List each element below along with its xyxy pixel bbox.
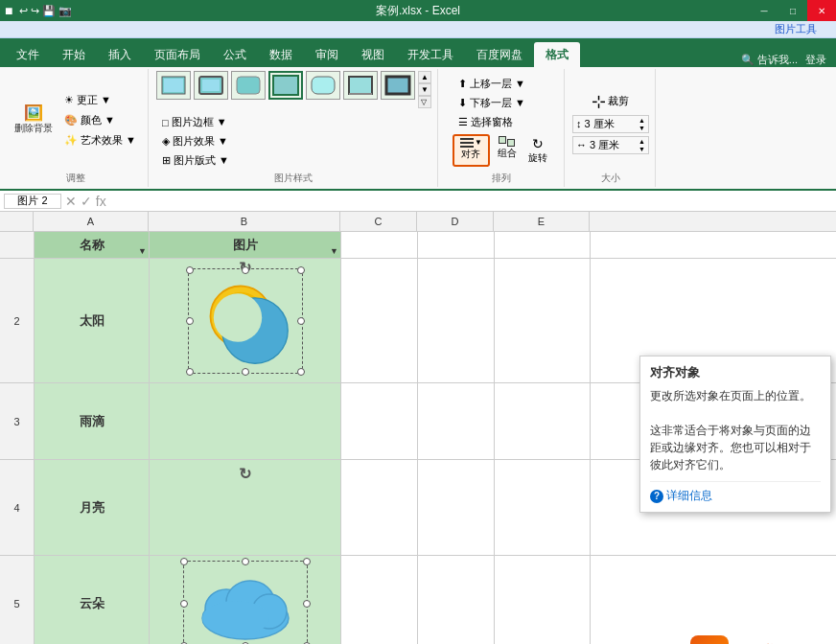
picture-style-5[interactable] bbox=[306, 71, 340, 100]
cloud-handle-tl[interactable] bbox=[180, 558, 188, 565]
tab-developer[interactable]: 开发工具 bbox=[396, 42, 465, 67]
handle-tl[interactable] bbox=[186, 266, 194, 274]
cell-a2[interactable]: 太阳 bbox=[35, 259, 150, 382]
tooltip-link[interactable]: ? 详细信息 bbox=[650, 488, 821, 504]
picture-style-3[interactable] bbox=[231, 71, 266, 100]
cloud-handle-mr[interactable] bbox=[303, 600, 311, 608]
cell-b2[interactable]: ↻ bbox=[150, 259, 341, 382]
tab-file[interactable]: 文件 bbox=[5, 42, 51, 67]
selection-pane-button[interactable]: ☰ 选择窗格 bbox=[453, 113, 519, 131]
style-more-button[interactable]: ▲ ▼ ▽ bbox=[418, 71, 431, 108]
cell-a3[interactable]: 雨滴 bbox=[35, 383, 150, 459]
cell-b3[interactable] bbox=[150, 383, 341, 459]
cell-c-header[interactable] bbox=[341, 232, 418, 258]
close-button[interactable]: ✕ bbox=[807, 0, 836, 21]
tab-review[interactable]: 审阅 bbox=[304, 42, 350, 67]
col-header-e[interactable]: E bbox=[494, 212, 590, 231]
cell-b4[interactable]: ↻ bbox=[150, 460, 341, 555]
picture-style-1[interactable] bbox=[156, 71, 191, 100]
tab-data[interactable]: 数据 bbox=[258, 42, 304, 67]
row-header-2[interactable]: 3 bbox=[0, 383, 34, 460]
align-button[interactable]: ▼ 对齐 bbox=[453, 134, 490, 167]
cell-d2[interactable] bbox=[418, 259, 495, 382]
handle-tm[interactable] bbox=[242, 266, 249, 274]
cell-b5[interactable] bbox=[150, 556, 341, 644]
send-backward-button[interactable]: ⬇ 下移一层 ▼ bbox=[453, 94, 531, 112]
quick-access-toolbar: ■ ↩ ↪ 💾 📷 bbox=[5, 3, 72, 18]
cell-d3[interactable] bbox=[418, 383, 495, 459]
cloud-handle-ml[interactable] bbox=[180, 600, 188, 608]
height-input[interactable]: ↕ 3 厘米 ▲ ▼ bbox=[572, 115, 649, 133]
col-header-b[interactable]: B bbox=[149, 212, 340, 231]
restore-button[interactable]: □ bbox=[778, 0, 807, 21]
tab-insert[interactable]: 插入 bbox=[97, 42, 143, 67]
tab-page-layout[interactable]: 页面布局 bbox=[143, 42, 212, 67]
remove-bg-button[interactable]: 🖼️ 删除背景 bbox=[11, 104, 57, 137]
col-header-a[interactable]: A bbox=[34, 212, 149, 231]
rotate-handle-moon[interactable]: ↻ bbox=[239, 465, 251, 483]
cell-d5[interactable] bbox=[418, 556, 495, 644]
cell-a4[interactable]: 月亮 bbox=[35, 460, 150, 555]
handle-mr[interactable] bbox=[297, 317, 305, 325]
picture-style-4[interactable] bbox=[268, 71, 303, 100]
corrections-button[interactable]: ☀ 更正 ▼ bbox=[58, 91, 142, 109]
cell-c3[interactable] bbox=[341, 383, 418, 459]
cell-c2[interactable] bbox=[341, 259, 418, 382]
cell-d4[interactable] bbox=[418, 460, 495, 555]
handle-tr[interactable] bbox=[297, 266, 305, 274]
question-icon: ? bbox=[650, 490, 663, 503]
picture-layout-button[interactable]: ⊞ 图片版式 ▼ bbox=[156, 151, 235, 170]
bring-forward-button[interactable]: ⬆ 上移一层 ▼ bbox=[453, 75, 531, 93]
col-header-d[interactable]: D bbox=[417, 212, 494, 231]
login-btn[interactable]: 登录 bbox=[805, 53, 826, 67]
picture-tools-label-bar: 图片工具 bbox=[0, 21, 836, 38]
tab-format[interactable]: 格式 bbox=[534, 42, 580, 67]
row-header-3[interactable]: 4 bbox=[0, 460, 34, 556]
picture-border-button[interactable]: □ 图片边框 ▼ bbox=[156, 113, 235, 131]
cell-e2[interactable] bbox=[495, 259, 591, 382]
search-btn[interactable]: 🔍 告诉我... bbox=[741, 53, 798, 67]
effects-icon: ◈ bbox=[162, 135, 170, 148]
artistic-effects-button[interactable]: ✨ 艺术效果 ▼ bbox=[58, 131, 142, 150]
tab-formulas[interactable]: 公式 bbox=[212, 42, 258, 67]
tab-view[interactable]: 视图 bbox=[350, 42, 396, 67]
size-group-content: ⊹ 裁剪 ↕ 3 厘米 ▲ ▼ ↔ 3 厘米 ▲ ▼ bbox=[572, 71, 649, 170]
tooltip-body: 更改所选对象在页面上的位置。 这非常适合于将对象与页面的边距或边缘对齐。您也可以… bbox=[650, 387, 821, 473]
cell-e-header[interactable] bbox=[495, 232, 591, 258]
cloud-container bbox=[183, 561, 308, 645]
handle-bm[interactable] bbox=[242, 368, 249, 376]
name-box[interactable] bbox=[4, 194, 61, 209]
picture-style-6[interactable] bbox=[343, 71, 378, 100]
cell-e5[interactable] bbox=[495, 556, 591, 644]
cell-c4[interactable] bbox=[341, 460, 418, 555]
tab-baidu[interactable]: 百度网盘 bbox=[465, 42, 534, 67]
handle-bl[interactable] bbox=[186, 368, 194, 376]
picture-effects-button[interactable]: ◈ 图片效果 ▼ bbox=[156, 132, 235, 150]
cell-b-header[interactable]: 图片 ▼ bbox=[150, 232, 341, 258]
picture-style-7[interactable] bbox=[381, 71, 415, 100]
artistic-icon: ✨ bbox=[64, 134, 78, 147]
cell-d-header[interactable] bbox=[418, 232, 495, 258]
cell-e4[interactable] bbox=[495, 460, 591, 555]
tab-home[interactable]: 开始 bbox=[51, 42, 97, 67]
group-button[interactable]: 组合 bbox=[494, 134, 521, 167]
svg-rect-6 bbox=[312, 77, 335, 94]
cell-c5[interactable] bbox=[341, 556, 418, 644]
cell-a-header[interactable]: 名称 ▼ bbox=[35, 232, 150, 258]
tooltip-link-text[interactable]: 详细信息 bbox=[666, 488, 712, 504]
color-button[interactable]: 🎨 颜色 ▼ bbox=[58, 111, 142, 129]
crop-button[interactable]: ⊹ 裁剪 bbox=[592, 91, 629, 112]
width-input[interactable]: ↔ 3 厘米 ▲ ▼ bbox=[572, 136, 649, 154]
cell-e3[interactable] bbox=[495, 383, 591, 459]
minimize-button[interactable]: ─ bbox=[750, 0, 778, 21]
row-header-4[interactable]: 5 bbox=[0, 556, 34, 644]
cloud-handle-tr[interactable] bbox=[303, 558, 311, 565]
cloud-handle-tm[interactable] bbox=[242, 558, 249, 565]
rotate-button[interactable]: ↻ 旋转 bbox=[524, 134, 551, 167]
col-header-c[interactable]: C bbox=[340, 212, 417, 231]
handle-br[interactable] bbox=[297, 368, 305, 376]
picture-style-2[interactable] bbox=[194, 71, 228, 100]
row-header-1[interactable]: 2 bbox=[0, 259, 34, 383]
cell-a5[interactable]: 云朵 bbox=[35, 556, 150, 644]
handle-ml[interactable] bbox=[186, 317, 194, 325]
